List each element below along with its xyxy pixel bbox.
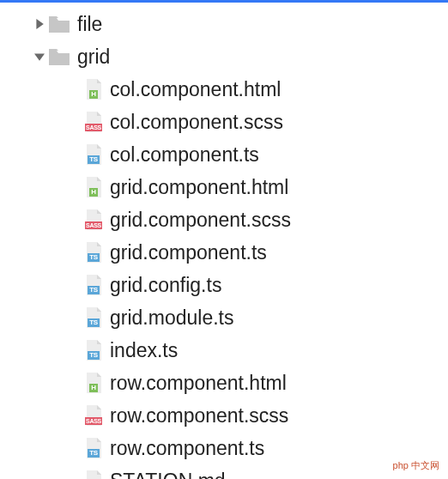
svg-marker-1 bbox=[34, 53, 45, 60]
file-label: grid.component.html bbox=[110, 176, 288, 199]
folder-icon bbox=[48, 15, 70, 33]
ts-file-icon: TS bbox=[84, 339, 103, 361]
ts-file-icon: TS bbox=[84, 241, 103, 264]
file-label: STATION.md bbox=[110, 470, 226, 480]
chevron-right-icon bbox=[31, 15, 48, 33]
watermark: php 中文网 bbox=[390, 458, 443, 474]
file-label: col.component.ts bbox=[110, 143, 259, 167]
svg-marker-0 bbox=[36, 19, 43, 29]
file-label: grid.component.scss bbox=[110, 209, 291, 232]
tree-folder-file[interactable]: file bbox=[0, 8, 448, 40]
file-label: grid.config.ts bbox=[110, 274, 221, 297]
file-label: row.component.scss bbox=[110, 404, 288, 427]
file-label: grid.component.ts bbox=[110, 241, 267, 264]
tree-file[interactable]: SASS grid.component.scss bbox=[0, 203, 448, 236]
file-label: col.component.scss bbox=[110, 111, 283, 134]
folder-label: grid bbox=[77, 45, 110, 69]
tree-file[interactable]: H col.component.html bbox=[0, 73, 448, 106]
file-label: grid.module.ts bbox=[110, 306, 233, 330]
ts-file-icon: TS bbox=[84, 143, 103, 166]
tree-file[interactable]: SASS row.component.scss bbox=[0, 399, 448, 432]
tree-file[interactable]: TS row.component.ts bbox=[0, 432, 448, 464]
ts-file-icon: TS bbox=[84, 306, 103, 329]
tree-file[interactable]: H row.component.html bbox=[0, 367, 448, 399]
tree-file[interactable]: SASS col.component.scss bbox=[0, 106, 448, 138]
scss-file-icon: SASS bbox=[84, 404, 103, 427]
tree-file[interactable]: H grid.component.html bbox=[0, 171, 448, 203]
folder-label: file bbox=[77, 13, 102, 36]
scss-file-icon: SASS bbox=[84, 111, 103, 133]
ts-file-icon: TS bbox=[84, 437, 103, 459]
tree-file[interactable]: TS col.component.ts bbox=[0, 138, 448, 171]
ts-file-icon: TS bbox=[84, 274, 103, 296]
folder-icon bbox=[48, 47, 70, 66]
html-file-icon: H bbox=[84, 78, 103, 100]
tree-folder-grid[interactable]: grid bbox=[0, 40, 448, 73]
tree-file[interactable]: TS grid.module.ts bbox=[0, 301, 448, 334]
tree-file[interactable]: TS grid.component.ts bbox=[0, 236, 448, 269]
html-file-icon: H bbox=[84, 372, 103, 394]
tree-file[interactable]: TS index.ts bbox=[0, 334, 448, 367]
file-label: row.component.ts bbox=[110, 437, 264, 460]
md-file-icon bbox=[84, 470, 103, 479]
file-label: index.ts bbox=[110, 339, 178, 362]
chevron-down-icon bbox=[31, 48, 48, 65]
file-label: col.component.html bbox=[110, 78, 281, 101]
file-label: row.component.html bbox=[110, 372, 287, 395]
tree-file[interactable]: TS grid.config.ts bbox=[0, 269, 448, 301]
scss-file-icon: SASS bbox=[84, 209, 103, 231]
html-file-icon: H bbox=[84, 176, 103, 198]
tree-file[interactable]: STATION.md bbox=[0, 464, 448, 479]
